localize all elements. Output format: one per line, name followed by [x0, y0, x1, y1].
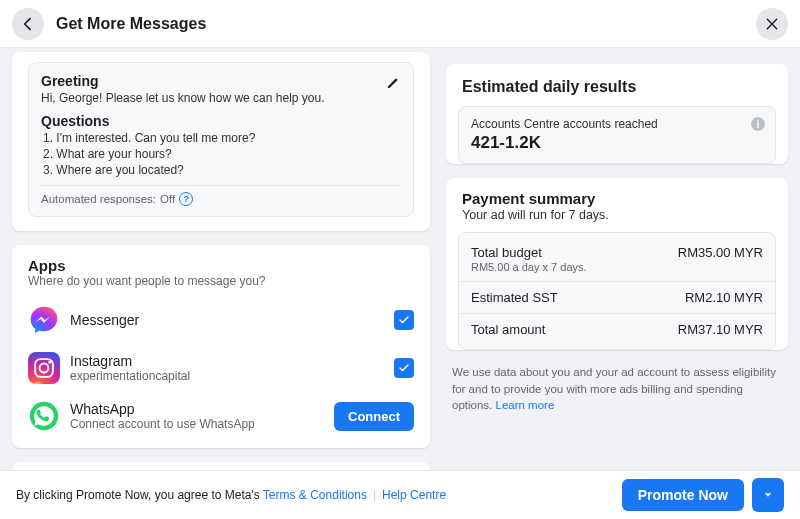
budget-value: RM35.00 MYR [678, 245, 763, 273]
disclaimer-learn-more-link[interactable]: Learn more [495, 399, 554, 411]
auto-responses-value: Off [160, 193, 175, 205]
instagram-icon [28, 352, 60, 384]
help-centre-link[interactable]: Help Centre [382, 488, 446, 502]
whatsapp-name: WhatsApp [70, 401, 324, 417]
estimate-card: Estimated daily results i Accounts Centr… [446, 64, 788, 164]
close-icon [765, 17, 779, 31]
instagram-checkbox[interactable] [394, 358, 414, 378]
terms-link[interactable]: Terms & Conditions [263, 488, 367, 502]
payment-card: Payment summary Your ad will run for 7 d… [446, 178, 788, 350]
messenger-checkbox[interactable] [394, 310, 414, 330]
edit-greeting-button[interactable] [381, 71, 405, 95]
svg-rect-1 [28, 352, 60, 384]
question-2: 2. What are your hours? [43, 147, 401, 161]
close-button[interactable] [756, 8, 788, 40]
messenger-name: Messenger [70, 312, 384, 328]
app-row-instagram: Instagram experimentationcapital [12, 344, 430, 392]
instagram-handle: experimentationcapital [70, 369, 384, 383]
greeting-text: Hi, George! Please let us know how we ca… [41, 91, 401, 105]
info-icon[interactable]: i [751, 117, 765, 131]
sst-value: RM2.10 MYR [685, 290, 763, 305]
promote-dropdown-button[interactable] [752, 478, 784, 512]
estimate-title: Estimated daily results [446, 64, 788, 106]
modal-header: Get More Messages [0, 0, 800, 48]
question-1: 1. I'm interested. Can you tell me more? [43, 131, 401, 145]
check-icon [398, 362, 410, 374]
back-button[interactable] [12, 8, 44, 40]
arrow-left-icon [20, 16, 36, 32]
budget-label: Total budget [471, 245, 587, 260]
apps-subtitle: Where do you want people to message you? [12, 274, 430, 296]
whatsapp-sub: Connect account to use WhatsApp [70, 417, 324, 431]
greeting-card: Greeting Hi, George! Please let us know … [12, 52, 430, 231]
disclaimer-text: We use data about you and your ad accoun… [446, 364, 788, 414]
question-3: 3. Where are you located? [43, 163, 401, 177]
promote-now-button[interactable]: Promote Now [622, 479, 744, 511]
instagram-name: Instagram [70, 353, 384, 369]
check-icon [398, 314, 410, 326]
messenger-icon [28, 304, 60, 336]
reach-value: 421-1.2K [471, 133, 763, 153]
whatsapp-connect-button[interactable]: Connect [334, 402, 414, 431]
greeting-heading: Greeting [41, 73, 401, 89]
auto-responses-label: Automated responses: [41, 193, 156, 205]
questions-heading: Questions [41, 113, 401, 129]
svg-point-4 [48, 361, 51, 364]
sst-label: Estimated SST [471, 290, 558, 305]
payment-sub: Your ad will run for 7 days. [462, 208, 772, 222]
pencil-icon [386, 76, 400, 90]
budget-sub: RM5.00 a day x 7 days. [471, 261, 587, 273]
help-icon[interactable]: ? [179, 192, 193, 206]
apps-card: Apps Where do you want people to message… [12, 245, 430, 448]
footer-prefix: By clicking Promote Now, you agree to Me… [16, 488, 263, 502]
total-value: RM37.10 MYR [678, 322, 763, 337]
caret-down-icon [763, 490, 773, 500]
special-category-card: Special ad category Learn more Ads about… [12, 462, 430, 470]
payment-title: Payment summary [462, 190, 772, 207]
apps-title: Apps [12, 245, 430, 274]
page-title: Get More Messages [56, 15, 756, 33]
footer-bar: By clicking Promote Now, you agree to Me… [0, 470, 800, 519]
whatsapp-icon [28, 400, 60, 432]
reach-label: Accounts Centre accounts reached [471, 117, 763, 131]
app-row-messenger: Messenger [12, 296, 430, 344]
app-row-whatsapp: WhatsApp Connect account to use WhatsApp… [12, 392, 430, 440]
total-label: Total amount [471, 322, 545, 337]
greeting-box: Greeting Hi, George! Please let us know … [28, 62, 414, 217]
